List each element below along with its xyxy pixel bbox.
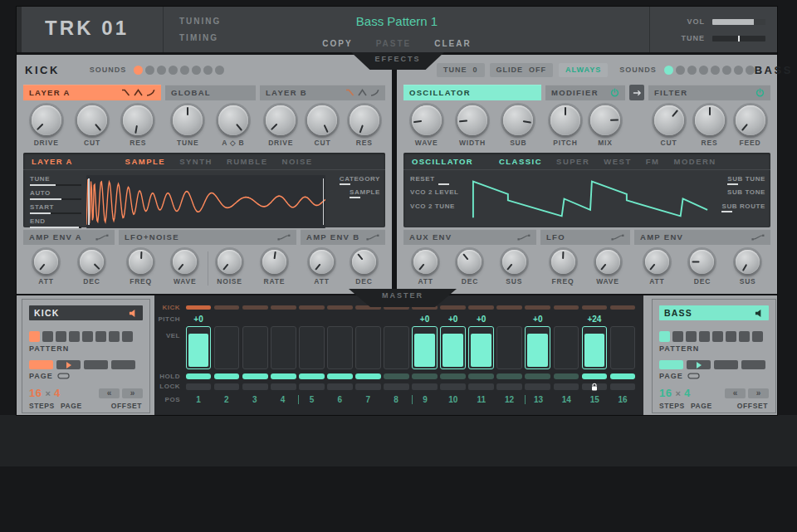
pattern-slot-5[interactable] <box>712 331 723 342</box>
offset-left-button[interactable]: « <box>99 388 120 398</box>
pattern-slot-1[interactable] <box>29 331 40 342</box>
position-label-4[interactable]: 4 <box>270 395 296 404</box>
position-label-15[interactable]: 15 <box>582 395 608 404</box>
kick-trigger-step-1[interactable] <box>186 305 212 310</box>
knob-dial[interactable] <box>32 105 61 135</box>
knob-dial[interactable] <box>310 250 334 274</box>
knob-dial[interactable] <box>654 105 684 135</box>
param-reset[interactable]: RESET <box>410 175 468 185</box>
hold-step-5[interactable] <box>299 373 325 379</box>
knob-tune[interactable]: TUNE <box>173 105 203 147</box>
param-sub-tune[interactable]: SUB TUNE <box>727 175 765 185</box>
knob-freq[interactable]: FREQ <box>129 250 153 286</box>
pattern-slot-7[interactable] <box>739 331 750 342</box>
sample-waveform[interactable] <box>86 175 325 228</box>
bass-steps-value[interactable]: 16 <box>659 387 672 399</box>
hold-step-3[interactable] <box>242 373 268 379</box>
knob-dial[interactable] <box>218 105 248 135</box>
lock-step-6[interactable] <box>327 383 353 390</box>
knob-dial[interactable] <box>350 105 379 135</box>
hold-step-2[interactable] <box>214 373 240 379</box>
tab-west[interactable]: WEST <box>604 157 631 166</box>
knob-pitch[interactable]: PITCH <box>550 105 580 147</box>
lock-step-1[interactable] <box>186 383 212 390</box>
pattern-slot-2[interactable] <box>672 331 683 342</box>
offset-left-button[interactable]: « <box>725 388 746 398</box>
lock-step-4[interactable] <box>271 383 296 390</box>
filter-power-icon[interactable] <box>755 88 765 97</box>
sound-slot-3[interactable] <box>157 66 166 75</box>
knob-sus[interactable]: SUS <box>736 250 760 286</box>
knob-dial[interactable] <box>645 250 669 274</box>
sound-slot-8[interactable] <box>746 66 755 75</box>
bass-tune-control[interactable]: TUNE 0 <box>437 63 485 77</box>
position-label-12[interactable]: 12 <box>496 395 522 404</box>
knob-res[interactable]: RES <box>695 105 725 147</box>
lock-step-9[interactable] <box>412 383 438 390</box>
kick-mute-speaker-icon[interactable] <box>129 309 138 318</box>
knob-res[interactable]: RES <box>350 105 379 147</box>
knob-dial[interactable] <box>218 250 242 274</box>
kick-trigger-step-16[interactable] <box>610 305 636 310</box>
pitch-value-step-1[interactable]: +0 <box>186 315 212 324</box>
knob-rate[interactable]: RATE <box>262 250 286 286</box>
hold-step-11[interactable] <box>468 373 494 379</box>
kick-trigger-step-10[interactable] <box>440 305 466 310</box>
param-end[interactable]: END <box>30 217 81 228</box>
knob-a-b[interactable]: A ◇ B <box>218 105 248 147</box>
knob-cut[interactable]: CUT <box>654 105 684 147</box>
mod-curve-icon[interactable] <box>366 233 379 242</box>
knob-dec[interactable]: DEC <box>352 250 376 286</box>
knob-sus[interactable]: SUS <box>502 250 526 286</box>
velocity-step-3[interactable] <box>242 326 268 369</box>
knob-dial[interactable] <box>352 250 376 274</box>
pattern-slot-1[interactable] <box>659 331 670 342</box>
knob-dec[interactable]: DEC <box>690 250 714 286</box>
lock-step-7[interactable] <box>355 383 381 390</box>
sound-slot-5[interactable] <box>180 66 189 75</box>
knob-dial[interactable] <box>80 250 104 274</box>
velocity-step-14[interactable] <box>554 326 579 369</box>
hold-step-12[interactable] <box>496 373 522 379</box>
pattern-title[interactable]: Bass Pattern 1 <box>17 14 777 28</box>
param-auto[interactable]: AUTO <box>30 189 81 200</box>
knob-dial[interactable] <box>596 250 620 274</box>
knob-freq[interactable]: FREQ <box>551 250 575 286</box>
knob-dial[interactable] <box>457 250 482 274</box>
oscillator-waveform[interactable] <box>472 175 709 222</box>
position-label-3[interactable]: 3 <box>242 395 267 404</box>
hold-step-1[interactable] <box>186 373 212 379</box>
knob-wave[interactable]: WAVE <box>596 250 620 286</box>
position-label-6[interactable]: 6 <box>327 395 353 404</box>
lock-step-14[interactable] <box>554 383 579 390</box>
velocity-step-5[interactable] <box>299 326 325 369</box>
tab-synth[interactable]: SYNTH <box>179 157 213 166</box>
velocity-step-9[interactable] <box>412 326 438 369</box>
copy-button[interactable]: COPY <box>322 39 352 48</box>
knob-wave[interactable]: WAVE <box>173 250 197 286</box>
bass-box-header[interactable]: BASS <box>659 305 769 320</box>
tab-fm[interactable]: FM <box>646 157 660 166</box>
knob-dial[interactable] <box>307 105 337 135</box>
paste-button[interactable]: PASTE <box>376 39 412 48</box>
lock-step-2[interactable] <box>214 383 240 390</box>
pattern-slot-8[interactable] <box>752 331 763 342</box>
kick-trigger-step-12[interactable] <box>496 305 522 310</box>
sound-slot-4[interactable] <box>169 66 178 75</box>
knob-sub[interactable]: SUB <box>503 105 533 147</box>
knob-dial[interactable] <box>736 250 760 274</box>
param-category[interactable]: CATEGORY <box>340 175 380 185</box>
tab-super[interactable]: SUPER <box>556 157 589 166</box>
velocity-step-11[interactable] <box>468 326 494 369</box>
page-button-3[interactable] <box>714 360 738 369</box>
knob-dial[interactable] <box>503 105 533 135</box>
tab-modern[interactable]: MODERN <box>673 157 716 166</box>
hold-step-7[interactable] <box>355 373 381 379</box>
knob-drive[interactable]: DRIVE <box>266 105 296 147</box>
kick-trigger-step-14[interactable] <box>554 305 579 310</box>
lock-step-12[interactable] <box>496 383 522 390</box>
position-label-2[interactable]: 2 <box>214 395 240 404</box>
knob-att[interactable]: ATT <box>645 250 669 286</box>
knob-dec[interactable]: DEC <box>80 250 104 286</box>
env-decay-icon[interactable] <box>121 89 130 96</box>
